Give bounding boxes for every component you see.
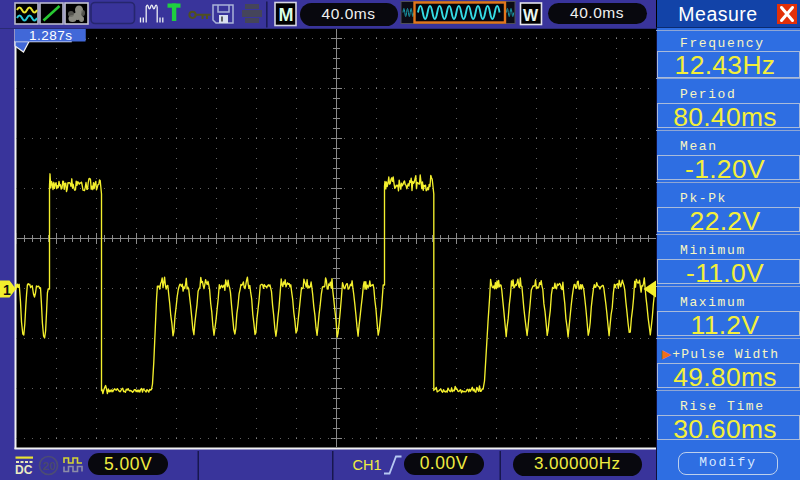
svg-text:W: W xyxy=(523,7,539,24)
svg-text:1.287s: 1.287s xyxy=(29,28,73,43)
svg-text:CH1: CH1 xyxy=(353,457,382,473)
svg-text:DC: DC xyxy=(15,463,33,477)
svg-text:1: 1 xyxy=(3,282,11,298)
svg-text:M: M xyxy=(279,5,294,25)
svg-text:20: 20 xyxy=(43,460,56,472)
